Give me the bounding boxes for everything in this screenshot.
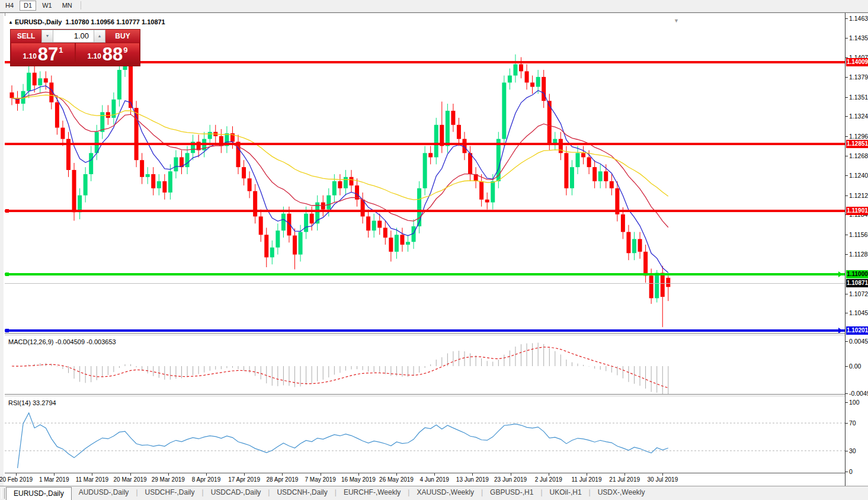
date-label: 1 Mar 2019	[39, 476, 69, 483]
candle-body	[134, 108, 139, 160]
chart-tabs: EURUSD-,DailyAUDUSD-,Daily|USDCHF-,Daily…	[6, 486, 652, 500]
candle-body	[389, 238, 393, 252]
chart-tab-eurusd[interactable]: EURUSD-,Daily	[6, 487, 72, 500]
date-label: 2 Jul 2019	[535, 476, 562, 483]
candle-body	[60, 128, 65, 139]
candle-body	[525, 71, 529, 82]
date-label: 30 Jul 2019	[648, 476, 678, 483]
macd-indicator-panel[interactable]: MACD(12,26,9) -0.004509 -0.003653	[5, 336, 845, 394]
candle-body	[276, 230, 280, 248]
candle-body	[168, 171, 172, 193]
candle-body	[377, 221, 382, 228]
timeframe-button-d1[interactable]: D1	[20, 1, 36, 11]
price-chart-plot-area[interactable]: ▲EURUSD-,Daily 1.10780 1.10956 1.10777 1…	[5, 16, 845, 333]
price-tick-label: 1.12400	[849, 172, 868, 179]
candle-body	[457, 125, 461, 139]
volume-decrease-button[interactable]: ▼	[41, 30, 53, 43]
candle-body	[253, 191, 257, 217]
chart-tab-xauusd[interactable]: XAUUSD-,Weekly	[409, 486, 481, 499]
date-tick	[244, 473, 245, 476]
chart-ohlc-quotes: 1.10780 1.10956 1.10777 1.10871	[66, 18, 165, 25]
chart-tab-usdcnh[interactable]: USDCNH-,Daily	[270, 486, 334, 499]
price-tick-label: 1.12680	[849, 152, 868, 159]
level-line-1.12851[interactable]	[5, 143, 845, 145]
price-tick	[845, 38, 848, 39]
volume-increase-button[interactable]: ▲	[94, 30, 105, 43]
price-tick-label: 1.14635	[849, 15, 868, 22]
price-tick	[845, 254, 848, 255]
candle-body	[157, 181, 161, 188]
level-line-left-anchor	[5, 273, 9, 276]
candle-body	[84, 174, 88, 195]
price-tick	[845, 97, 848, 98]
candle-body	[598, 171, 603, 181]
date-tick	[511, 473, 511, 476]
level-line-1.11000[interactable]	[5, 273, 845, 275]
volume-input[interactable]: 1.00	[53, 30, 94, 43]
timeframe-button-w1[interactable]: W1	[38, 1, 56, 11]
macd-tick-label: 0.00	[849, 363, 861, 370]
candle-body	[519, 64, 523, 71]
price-tick-label: 1.11565	[849, 231, 868, 238]
candle-body	[344, 177, 348, 188]
candle-body	[626, 232, 630, 254]
date-label: 11 Jul 2019	[572, 476, 602, 483]
candle-body	[446, 111, 450, 146]
price-tick	[845, 77, 848, 78]
candle-body	[451, 111, 455, 125]
chart-symbol-period: EURUSD-,Daily	[15, 18, 62, 25]
buy-button[interactable]: BUY	[105, 30, 140, 43]
candle-body	[604, 171, 608, 181]
chart-tab-ukoil[interactable]: UKOil-,H1	[543, 486, 589, 499]
candle-body	[208, 132, 212, 139]
timeframe-buttons: H4D1W1MN	[0, 0, 77, 10]
level-line-1.11901[interactable]	[5, 210, 845, 212]
buy-price-display[interactable]: 1.10889	[76, 43, 139, 65]
chart-tab-usdchf[interactable]: USDCHF-,Daily	[138, 486, 202, 499]
candle-body	[508, 75, 512, 82]
terminal-window: H4D1W1MN ▲EURUSD-,Daily 1.10780 1.10956 …	[0, 0, 868, 500]
candle-body	[632, 239, 636, 253]
timeframe-button-mn[interactable]: MN	[58, 1, 76, 11]
candle-body	[434, 125, 438, 158]
candle-body	[643, 252, 648, 275]
sell-price-pip: 1	[59, 46, 63, 55]
moving-average-mid	[12, 92, 668, 227]
candle-body	[350, 177, 354, 185]
scroll-to-end-icon[interactable]: ▼	[674, 18, 679, 24]
level-line-1.10201[interactable]	[5, 329, 845, 332]
chart-tab-audusd[interactable]: AUDUSD-,Daily	[72, 486, 136, 499]
sell-price-display[interactable]: 1.10871	[11, 43, 75, 65]
chart-tab-gbpusd[interactable]: GBPUSD-,H1	[483, 486, 540, 499]
chart-tab-usdx[interactable]: USDX-,Weekly	[591, 486, 652, 499]
date-tick	[434, 473, 435, 476]
candle-body	[395, 235, 399, 252]
candle-body	[185, 153, 190, 167]
level-line-right-arrow-icon	[838, 271, 843, 277]
candle-body	[338, 181, 342, 188]
rsi-tick-label: 30	[849, 447, 856, 454]
candle-body	[661, 273, 665, 297]
collapse-indicators-icon[interactable]: ▲	[8, 20, 13, 25]
level-line-left-anchor	[5, 329, 9, 332]
rsi-indicator-panel[interactable]: RSI(14) 33.2794	[5, 397, 845, 473]
buy-price-pip: 9	[123, 46, 127, 55]
timeframe-button-h4[interactable]: H4	[1, 1, 18, 11]
candle-body	[513, 64, 517, 75]
candle-body	[242, 167, 246, 178]
current-price-line	[5, 283, 845, 284]
buy-price-handle: 1.10	[87, 52, 101, 60]
candle-body	[423, 153, 427, 188]
price-tick	[845, 195, 848, 196]
price-level-badge: 1.11000	[846, 270, 868, 278]
sell-button[interactable]: SELL	[11, 30, 41, 43]
rsi-canvas	[5, 397, 845, 473]
date-label: 23 Jun 2019	[494, 476, 527, 483]
date-tick	[130, 473, 131, 476]
price-tick-label: 1.10725	[849, 290, 868, 297]
candle-body	[89, 153, 93, 174]
chart-tab-eurchf[interactable]: EURCHF-,Weekly	[337, 486, 408, 499]
chart-tab-usdcad[interactable]: USDCAD-,Daily	[204, 486, 268, 499]
candle-body	[33, 73, 37, 85]
candle-body	[666, 278, 670, 287]
